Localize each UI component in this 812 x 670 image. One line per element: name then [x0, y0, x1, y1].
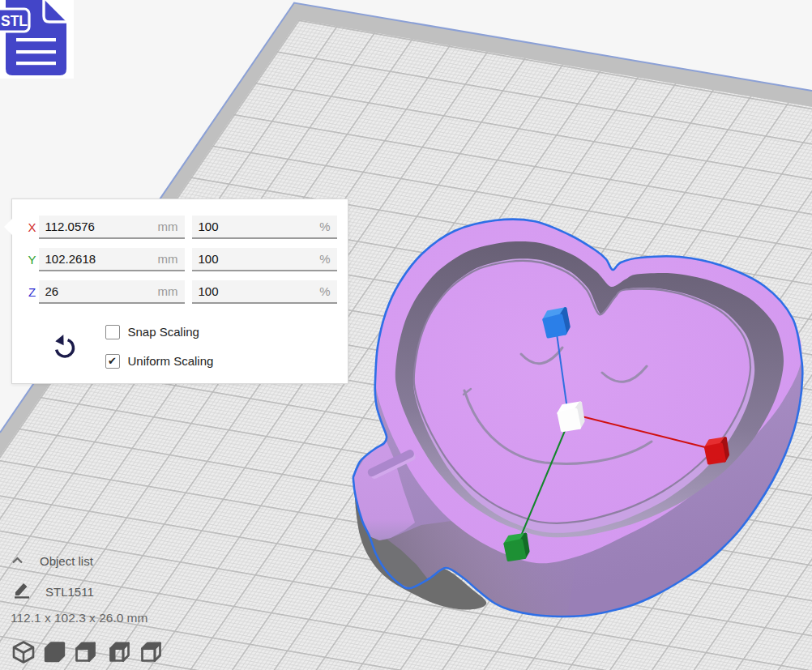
svg-text:STL: STL [1, 13, 28, 29]
